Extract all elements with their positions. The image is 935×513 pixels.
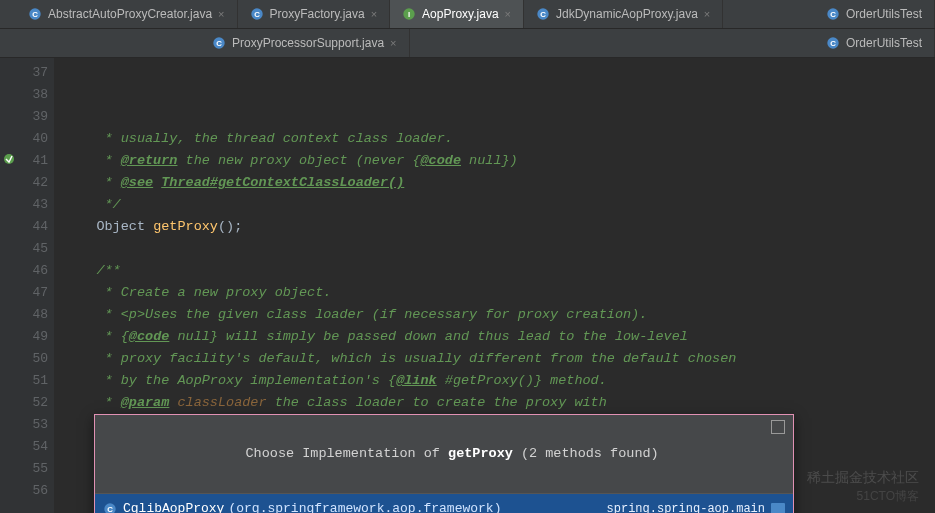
tab-label: ProxyFactory.java xyxy=(270,7,365,21)
svg-text:C: C xyxy=(540,10,546,19)
svg-text:C: C xyxy=(254,10,260,19)
implements-gutter-icon[interactable] xyxy=(2,152,16,166)
code-line[interactable]: /** xyxy=(54,260,935,282)
code-area[interactable]: * usually, the thread context class load… xyxy=(54,58,935,513)
tab-label: OrderUtilsTest xyxy=(846,36,922,50)
svg-text:C: C xyxy=(830,39,836,48)
line-number: 55 xyxy=(0,458,48,480)
line-number: 54 xyxy=(0,436,48,458)
line-number: 53 xyxy=(0,414,48,436)
popup-title-prefix: Choose Implementation of xyxy=(246,446,449,461)
tab-label: ProxyProcessorSupport.java xyxy=(232,36,384,50)
package-name: (org.springframework.aop.framework) xyxy=(228,498,501,513)
line-number: 56 xyxy=(0,480,48,502)
tab-label: AopProxy.java xyxy=(422,7,498,21)
svg-text:C: C xyxy=(216,39,222,48)
class-file-icon: C xyxy=(28,7,42,21)
pin-icon[interactable] xyxy=(771,420,785,434)
line-number: 39 xyxy=(0,106,48,128)
svg-text:C: C xyxy=(32,10,38,19)
tab-label: JdkDynamicAopProxy.java xyxy=(556,7,698,21)
code-line[interactable]: * <p>Uses the given class loader (if nec… xyxy=(54,304,935,326)
code-line[interactable]: * @param classLoader the class loader to… xyxy=(54,392,935,414)
tab-bar-primary: CAbstractAutoProxyCreator.java×CProxyFac… xyxy=(0,0,935,29)
code-line[interactable]: * proxy facility's default, which is usu… xyxy=(54,348,935,370)
line-number: 37 xyxy=(0,62,48,84)
code-line[interactable]: * Create a new proxy object. xyxy=(54,282,935,304)
close-icon[interactable]: × xyxy=(390,37,396,49)
watermark-text: 51CTO博客 xyxy=(857,488,919,505)
line-number: 46 xyxy=(0,260,48,282)
implementation-item[interactable]: C CglibAopProxy (org.springframework.aop… xyxy=(95,494,793,513)
line-number: 44 xyxy=(0,216,48,238)
close-icon[interactable]: × xyxy=(704,8,710,20)
class-icon: C xyxy=(103,502,123,513)
module-name: spring.spring-aop.main xyxy=(607,498,765,513)
code-line[interactable]: * by the AopProxy implementation's {@lin… xyxy=(54,370,935,392)
code-line[interactable]: * @return the new proxy object (never {@… xyxy=(54,150,935,172)
line-number: 50 xyxy=(0,348,48,370)
line-number: 45 xyxy=(0,238,48,260)
class-file-icon: C xyxy=(826,36,840,50)
line-number: 48 xyxy=(0,304,48,326)
line-number: 41 xyxy=(0,150,48,172)
editor-tab[interactable]: COrderUtilsTest xyxy=(814,29,935,57)
line-number: 43 xyxy=(0,194,48,216)
svg-text:C: C xyxy=(830,10,836,19)
line-number: 42 xyxy=(0,172,48,194)
interface-file-icon: I xyxy=(402,7,416,21)
implementations-popup: Choose Implementation of getProxy (2 met… xyxy=(94,414,794,513)
editor-tab[interactable]: COrderUtilsTest xyxy=(814,0,935,28)
line-number: 51 xyxy=(0,370,48,392)
code-line[interactable]: * {@code null} will simply be passed dow… xyxy=(54,326,935,348)
tab-label: OrderUtilsTest xyxy=(846,7,922,21)
line-number: 38 xyxy=(0,84,48,106)
close-icon[interactable]: × xyxy=(371,8,377,20)
line-number: 52 xyxy=(0,392,48,414)
code-line[interactable]: * usually, the thread context class load… xyxy=(54,128,935,150)
class-file-icon: C xyxy=(536,7,550,21)
tab-bar-secondary: CProxyProcessorSupport.java×COrderUtilsT… xyxy=(0,29,935,58)
class-file-icon: C xyxy=(212,36,226,50)
code-line[interactable] xyxy=(54,238,935,260)
code-line[interactable]: * @see Thread#getContextClassLoader() xyxy=(54,172,935,194)
line-number: 47 xyxy=(0,282,48,304)
close-icon[interactable]: × xyxy=(218,8,224,20)
editor-tab[interactable]: CJdkDynamicAopProxy.java× xyxy=(524,0,723,28)
code-editor: 3738394041424344454647484950515253545556… xyxy=(0,58,935,513)
line-number: 40 xyxy=(0,128,48,150)
line-number: 49 xyxy=(0,326,48,348)
svg-text:I: I xyxy=(408,10,410,19)
popup-title-suffix: (2 methods found) xyxy=(513,446,659,461)
tab-label: AbstractAutoProxyCreator.java xyxy=(48,7,212,21)
svg-text:C: C xyxy=(107,505,113,513)
editor-tab[interactable]: CAbstractAutoProxyCreator.java× xyxy=(16,0,238,28)
class-file-icon: C xyxy=(250,7,264,21)
popup-title: Choose Implementation of getProxy (2 met… xyxy=(95,415,793,494)
class-name: CglibAopProxy xyxy=(123,498,224,513)
code-line[interactable]: Object getProxy(); xyxy=(54,216,935,238)
editor-tab[interactable]: CProxyProcessorSupport.java× xyxy=(200,29,410,57)
close-icon[interactable]: × xyxy=(505,8,511,20)
editor-tab[interactable]: CProxyFactory.java× xyxy=(238,0,391,28)
watermark-text: 稀土掘金技术社区 xyxy=(807,469,919,487)
module-icon xyxy=(771,503,785,513)
line-number-gutter: 3738394041424344454647484950515253545556 xyxy=(0,58,54,513)
class-file-icon: C xyxy=(826,7,840,21)
editor-tab[interactable]: IAopProxy.java× xyxy=(390,0,524,28)
code-line[interactable]: */ xyxy=(54,194,935,216)
popup-method-name: getProxy xyxy=(448,446,513,461)
